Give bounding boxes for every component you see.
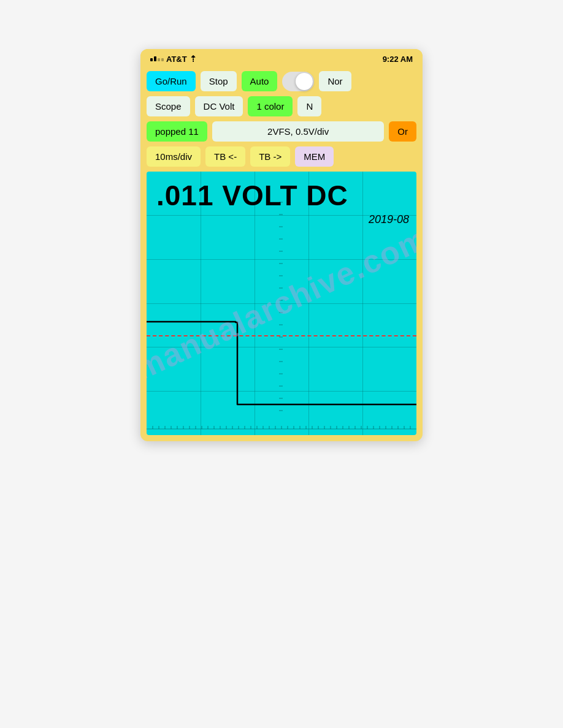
auto-button[interactable]: Auto bbox=[242, 71, 278, 91]
or-button[interactable]: Or bbox=[389, 121, 416, 142]
norm-button[interactable]: Nor bbox=[319, 71, 351, 91]
page-wrapper: AT&T ⇡ 9:22 AM Go/Run Stop Auto Nor Scop… bbox=[0, 0, 563, 728]
mem-button[interactable]: MEM bbox=[295, 146, 334, 167]
one-color-button[interactable]: 1 color bbox=[248, 96, 293, 116]
timebase-button[interactable]: 10ms/div bbox=[147, 146, 201, 167]
toolbar-row-3: popped 11 2VFS, 0.5V/div Or bbox=[147, 121, 416, 142]
status-bar: AT&T ⇡ 9:22 AM bbox=[140, 49, 423, 66]
toolbar-row-4: 10ms/div TB <- TB -> MEM bbox=[147, 146, 416, 167]
phone-frame: AT&T ⇡ 9:22 AM Go/Run Stop Auto Nor Scop… bbox=[140, 49, 423, 441]
popped-button[interactable]: popped 11 bbox=[147, 121, 207, 142]
tb-left-button[interactable]: TB <- bbox=[205, 146, 245, 167]
scope-display: .011 VOLT DC 2019-08 manualarchive.com bbox=[147, 172, 416, 435]
tb-right-button[interactable]: TB -> bbox=[250, 146, 290, 167]
clock-time: 9:22 AM bbox=[383, 55, 413, 64]
signal-bar-2 bbox=[154, 56, 156, 61]
go-run-button[interactable]: Go/Run bbox=[147, 71, 196, 91]
signal-bar-3 bbox=[158, 58, 160, 61]
toggle-switch[interactable] bbox=[282, 72, 314, 91]
scope-date: 2019-08 bbox=[369, 213, 409, 226]
dc-volt-button[interactable]: DC Volt bbox=[195, 96, 243, 116]
signal-bars-icon bbox=[150, 56, 164, 61]
scale-button[interactable]: 2VFS, 0.5V/div bbox=[212, 121, 384, 142]
n-button[interactable]: N bbox=[297, 96, 321, 116]
toggle-knob bbox=[296, 73, 313, 90]
signal-bar-4 bbox=[161, 58, 164, 61]
stop-button[interactable]: Stop bbox=[201, 71, 237, 91]
toolbar: Go/Run Stop Auto Nor Scope DC Volt 1 col… bbox=[140, 66, 423, 172]
wifi-icon: ⇡ bbox=[190, 54, 197, 64]
toolbar-row-1: Go/Run Stop Auto Nor bbox=[147, 71, 416, 91]
scope-reading: .011 VOLT DC bbox=[156, 179, 348, 212]
signal-bar-1 bbox=[150, 58, 153, 61]
carrier-label: AT&T bbox=[166, 55, 187, 64]
toolbar-row-2: Scope DC Volt 1 color N bbox=[147, 96, 416, 116]
status-left: AT&T ⇡ bbox=[150, 54, 197, 64]
scope-button[interactable]: Scope bbox=[147, 96, 190, 116]
